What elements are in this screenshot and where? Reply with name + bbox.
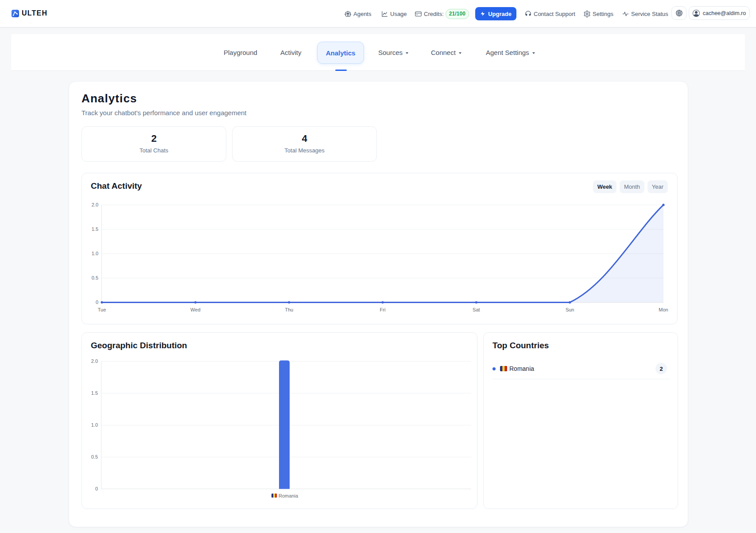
svg-text:1.5: 1.5 xyxy=(91,390,98,396)
svg-text:Wed: Wed xyxy=(190,307,200,312)
svg-text:Sun: Sun xyxy=(566,307,574,312)
svg-text:0.5: 0.5 xyxy=(91,454,98,459)
svg-text:Tue: Tue xyxy=(98,307,106,312)
svg-text:1.5: 1.5 xyxy=(92,226,98,232)
svg-text:0.5: 0.5 xyxy=(92,275,98,280)
svg-text:2.0: 2.0 xyxy=(91,358,98,364)
svg-text:2.0: 2.0 xyxy=(92,202,98,207)
svg-text:Sat: Sat xyxy=(473,307,480,312)
svg-text:0: 0 xyxy=(95,486,98,491)
svg-text:1.0: 1.0 xyxy=(91,422,98,428)
svg-text:0: 0 xyxy=(96,300,98,305)
svg-text:Mon: Mon xyxy=(659,307,668,312)
svg-text:1.0: 1.0 xyxy=(92,251,98,256)
svg-text:Romania: Romania xyxy=(279,493,299,498)
svg-text:Thu: Thu xyxy=(285,307,293,312)
svg-text:Fri: Fri xyxy=(380,307,386,312)
